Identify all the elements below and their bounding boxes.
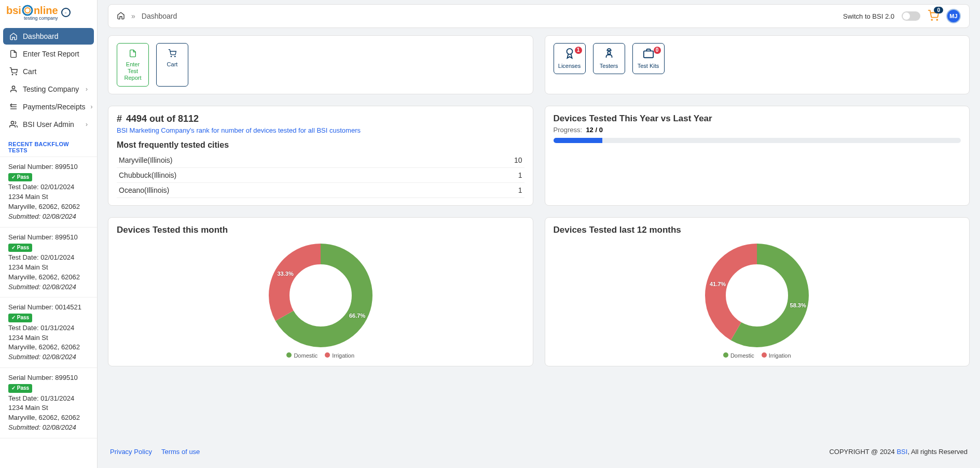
action-label: Cart [167, 61, 178, 68]
license-icon [564, 48, 575, 62]
status-badge: ✓ Pass [8, 173, 32, 182]
city-name: Oceano(Illinois) [119, 186, 169, 194]
addr1: 1234 Main St [8, 263, 89, 273]
status-badge: ✓ Pass [8, 384, 32, 393]
submitted: Submitted: 02/08/2024 [8, 352, 89, 362]
tester-icon [603, 48, 615, 62]
recent-tests-list: Serial Number: 899510✓ PassTest Date: 02… [0, 157, 97, 438]
city-name: Maryville(Illinois) [119, 156, 172, 164]
kit-icon [643, 48, 654, 62]
privacy-link[interactable]: Privacy Policy [110, 448, 152, 456]
topbar-cart[interactable]: 0 [928, 10, 939, 23]
logo-sub: testing company [6, 16, 58, 21]
badge: 0 [654, 47, 661, 54]
action-testers[interactable]: Testers [593, 43, 625, 74]
svg-point-6 [931, 19, 932, 20]
sidebar-item-payments-receipts[interactable]: Payments/Receipts› [3, 98, 94, 115]
sidebar-collapse-icon[interactable]: ◦ [61, 8, 71, 17]
serial: Serial Number: 0014521 [8, 303, 89, 313]
serial: Serial Number: 899510 [8, 233, 89, 243]
file-icon [129, 48, 137, 60]
chart-year-title: Devices Tested last 12 months [554, 225, 961, 235]
svg-point-10 [567, 49, 572, 54]
sidebar-item-testing-company[interactable]: Testing Company› [3, 81, 94, 97]
version-toggle[interactable] [902, 11, 920, 21]
topbar: » Dashboard Switch to BSI 2.0 0 MJ [108, 4, 970, 28]
main: » Dashboard Switch to BSI 2.0 0 MJ Enter… [98, 0, 980, 468]
cities-header: Most frequently tested cities [117, 140, 524, 150]
submitted: Submitted: 02/08/2024 [8, 282, 89, 292]
chart-legend: Domestic Irrigation [286, 352, 354, 359]
nav-label: Payments/Receipts [23, 103, 86, 111]
user-icon [9, 85, 18, 93]
addr2: Maryville, 62062, 62062 [8, 273, 89, 282]
city-row: Maryville(Illinois)10 [117, 153, 524, 168]
svg-rect-12 [643, 51, 653, 58]
action-label: Enter Test Report [120, 61, 145, 82]
recent-test-item[interactable]: Serial Number: 899510✓ PassTest Date: 02… [0, 228, 97, 298]
chart-year-donut: 58.3%41.7% [705, 244, 809, 347]
sidebar: bsi nline testing company ◦ DashboardEnt… [0, 0, 98, 468]
svg-point-8 [171, 56, 171, 56]
sidebar-item-dashboard[interactable]: Dashboard [3, 28, 94, 45]
svg-point-7 [936, 19, 937, 20]
test-date: Test Date: 01/31/2024 [8, 323, 89, 333]
rank-sub: BSI Marketing Company's rank for number … [117, 126, 524, 134]
recent-test-item[interactable]: Serial Number: 899510✓ PassTest Date: 02… [0, 157, 97, 228]
slice-label: 41.7% [710, 281, 726, 287]
action-enter-test-report[interactable]: Enter Test Report [117, 43, 149, 87]
file-icon [9, 50, 18, 58]
svg-point-11 [608, 51, 611, 54]
footer-brand-link[interactable]: BSI [896, 448, 907, 456]
chevron-right-icon: › [91, 103, 93, 110]
svg-point-1 [25, 8, 30, 13]
nav-label: Enter Test Report [23, 50, 79, 58]
chevron-right-icon: › [86, 86, 88, 93]
logo-circle-icon [21, 4, 34, 17]
progress-value: 12 / 0 [586, 126, 603, 134]
rank-text: 4494 out of 8112 [126, 114, 199, 124]
addr2: Maryville, 62062, 62062 [8, 202, 89, 212]
addr2: Maryville, 62062, 62062 [8, 413, 89, 423]
progress-card: Devices Tested This Year vs Last Year Pr… [545, 106, 970, 206]
cart-icon [168, 48, 176, 60]
logo[interactable]: bsi nline testing company ◦ [0, 0, 97, 25]
slice-label: 66.7% [349, 313, 365, 319]
nav-label: BSI User Admin [23, 120, 74, 129]
slice-label: 58.3% [790, 302, 806, 308]
addr1: 1234 Main St [8, 192, 89, 202]
test-date: Test Date: 02/01/2024 [8, 253, 89, 263]
test-date: Test Date: 01/31/2024 [8, 394, 89, 404]
action-cart[interactable]: Cart [156, 43, 188, 87]
cart-icon [9, 67, 18, 76]
addr2: Maryville, 62062, 62062 [8, 343, 89, 352]
action-label: Testers [600, 63, 618, 69]
test-date: Test Date: 02/01/2024 [8, 182, 89, 192]
progress-label: Progress: [554, 126, 583, 134]
action-label: Test Kits [638, 63, 659, 69]
badge: 1 [575, 47, 582, 54]
action-licenses[interactable]: Licenses1 [554, 43, 586, 74]
logo-text-2: nline [34, 5, 58, 17]
terms-link[interactable]: Terms of use [161, 448, 200, 456]
recent-test-item[interactable]: Serial Number: 0014521✓ PassTest Date: 0… [0, 297, 97, 368]
rank-card: # 4494 out of 8112 BSI Marketing Company… [108, 106, 533, 206]
city-count: 1 [518, 171, 522, 179]
progress-bar [554, 138, 961, 143]
sidebar-item-enter-test-report[interactable]: Enter Test Report [3, 46, 94, 62]
legend-domestic: Domestic [294, 352, 318, 359]
svg-point-3 [16, 74, 17, 75]
avatar[interactable]: MJ [946, 9, 961, 23]
recent-test-item[interactable]: Serial Number: 899510✓ PassTest Date: 01… [0, 368, 97, 438]
hash-icon: # [117, 114, 122, 124]
legend-domestic: Domestic [730, 352, 754, 359]
home-icon[interactable] [117, 11, 125, 21]
legend-irrigation: Irrigation [769, 352, 791, 359]
sidebar-item-cart[interactable]: Cart [3, 63, 94, 80]
quick-actions-left: Enter Test ReportCart [108, 35, 533, 94]
sidebar-item-bsi-user-admin[interactable]: BSI User Admin› [3, 116, 94, 133]
legend-domestic-dot [723, 352, 728, 358]
action-test-kits[interactable]: Test Kits0 [632, 43, 665, 74]
svg-point-4 [12, 86, 15, 89]
city-count: 1 [518, 186, 522, 194]
